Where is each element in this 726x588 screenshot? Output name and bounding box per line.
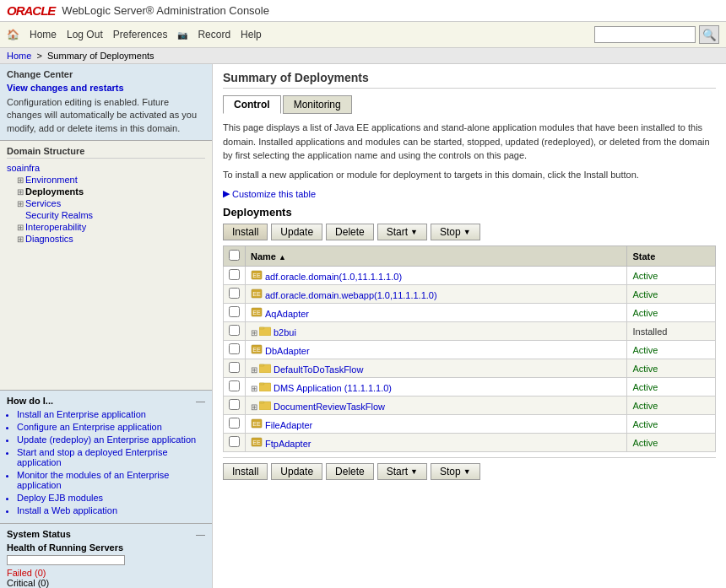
- expand-icon[interactable]: ⊞: [251, 402, 257, 412]
- row-checkbox[interactable]: [229, 399, 240, 410]
- customize-link-text: Customize this table: [232, 189, 316, 199]
- tab-monitoring[interactable]: Monitoring: [283, 95, 352, 114]
- tree-security-realms-link[interactable]: Security Realms: [25, 210, 93, 220]
- nav-logout[interactable]: Log Out: [67, 29, 103, 40]
- how-do-i-collapse-btn[interactable]: —: [196, 396, 205, 406]
- th-checkbox: [224, 246, 246, 267]
- bottom-install-button[interactable]: Install: [223, 463, 268, 480]
- tree-environment[interactable]: ⊞Environment: [7, 174, 205, 186]
- table-row: ⊞DefaultToDoTaskFlowActive: [224, 359, 716, 378]
- deployment-name-link[interactable]: FtpAdapter: [265, 439, 311, 449]
- row-checkbox[interactable]: [229, 306, 240, 317]
- customize-link[interactable]: ▶ Customize this table: [223, 188, 716, 199]
- row-checkbox[interactable]: [229, 418, 240, 429]
- how-do-i-link-5[interactable]: Monitor the modules of an Enterprise app…: [17, 470, 169, 490]
- tabs: Control Monitoring: [223, 95, 716, 114]
- deployment-name-link[interactable]: FileAdapter: [265, 420, 312, 430]
- deployment-name-link[interactable]: DefaultToDoTaskFlow: [274, 364, 363, 375]
- deployments-tbody: EEadf.oracle.domain(1.0,11.1.1.1.0)Activ…: [224, 267, 716, 452]
- nav-home[interactable]: Home: [30, 29, 57, 40]
- deployment-name-link[interactable]: DbAdapter: [265, 346, 310, 356]
- install-button[interactable]: Install: [223, 224, 268, 240]
- tree-diagnostics[interactable]: ⊞Diagnostics: [7, 233, 205, 245]
- oracle-logo: ORACLE: [7, 3, 55, 18]
- update-button[interactable]: Update: [271, 224, 322, 240]
- tree-services[interactable]: ⊞Services: [7, 197, 205, 209]
- state-badge: Active: [632, 438, 658, 448]
- select-all-checkbox[interactable]: [229, 250, 240, 261]
- home-icon: 🏠: [7, 29, 19, 40]
- view-changes-link[interactable]: View changes and restarts: [7, 83, 205, 93]
- nav-preferences[interactable]: Preferences: [113, 29, 168, 40]
- row-name-cell: ⊞DMS Application (11.1.1.1.0): [246, 378, 627, 396]
- system-status-section: System Status — Health of Running Server…: [0, 523, 212, 588]
- stop-button[interactable]: Stop ▼: [431, 224, 480, 240]
- change-center-title: Change Center: [7, 69, 205, 79]
- start-button[interactable]: Start ▼: [377, 224, 427, 240]
- deployment-name-link[interactable]: b2bui: [274, 327, 296, 337]
- tree-root[interactable]: soainfra: [7, 162, 205, 174]
- row-checkbox[interactable]: [229, 436, 240, 447]
- search-input[interactable]: [594, 26, 696, 43]
- domain-structure-title: Domain Structure: [7, 146, 205, 159]
- row-checkbox[interactable]: [229, 288, 240, 299]
- bottom-start-button[interactable]: Start ▼: [377, 463, 427, 480]
- how-do-i-link-6[interactable]: Deploy EJB modules: [17, 493, 103, 503]
- nav-record[interactable]: Record: [198, 29, 230, 40]
- bottom-delete-button[interactable]: Delete: [326, 463, 374, 480]
- system-status-collapse-btn[interactable]: —: [196, 529, 205, 539]
- nav-help[interactable]: Help: [241, 29, 262, 40]
- tree-deployments[interactable]: ⊞Deployments: [7, 186, 205, 197]
- deployment-name-link[interactable]: adf.oracle.domain.webapp(1.0,11.1.1.1.0): [265, 290, 437, 300]
- tree-interoperability-link[interactable]: Interoperability: [25, 222, 86, 232]
- start-dropdown-arrow: ▼: [410, 228, 418, 236]
- row-checkbox-cell: [224, 322, 246, 341]
- delete-button[interactable]: Delete: [326, 224, 374, 240]
- search-button[interactable]: 🔍: [699, 25, 719, 44]
- tree-root-link[interactable]: soainfra: [7, 163, 40, 173]
- tree-environment-link[interactable]: Environment: [25, 175, 78, 185]
- tree-diagnostics-link[interactable]: Diagnostics: [25, 234, 73, 244]
- change-center: Change Center View changes and restarts …: [0, 64, 212, 141]
- deployments-section-title: Deployments: [223, 206, 716, 218]
- folder-icon: [259, 327, 271, 337]
- header: ORACLE WebLogic Server® Administration C…: [0, 0, 726, 22]
- row-name-cell: EEAqAdapter: [246, 304, 627, 322]
- deployment-name-link[interactable]: adf.oracle.domain(1.0,11.1.1.1.0): [265, 272, 402, 282]
- content-title: Summary of Deployments: [223, 71, 716, 89]
- bottom-stop-label: Stop: [440, 466, 461, 477]
- how-do-i-link-7[interactable]: Install a Web application: [17, 505, 117, 515]
- expand-icon[interactable]: ⊞: [251, 365, 257, 375]
- how-do-i-link-3[interactable]: Update (redeploy) an Enterprise applicat…: [17, 434, 196, 445]
- tree-interoperability[interactable]: ⊞Interoperability: [7, 221, 205, 233]
- table-row: EEadf.oracle.domain(1.0,11.1.1.1.0)Activ…: [224, 267, 716, 285]
- how-do-i-item-2: Configure an Enterprise application: [17, 422, 205, 432]
- deployment-name-link[interactable]: DMS Application (11.1.1.1.0): [274, 383, 392, 393]
- how-do-i-link-2[interactable]: Configure an Enterprise application: [17, 422, 162, 432]
- row-checkbox-cell: [224, 434, 246, 452]
- row-checkbox[interactable]: [229, 380, 240, 391]
- tree-deployments-link[interactable]: Deployments: [25, 186, 84, 197]
- how-do-i-link-4[interactable]: Start and stop a deployed Enterprise app…: [17, 447, 168, 467]
- deployment-name-link[interactable]: DocumentReviewTaskFlow: [274, 402, 385, 412]
- expand-icon[interactable]: ⊞: [251, 328, 257, 337]
- expand-icon[interactable]: ⊞: [251, 384, 257, 393]
- row-checkbox[interactable]: [229, 362, 240, 373]
- row-checkbox[interactable]: [229, 343, 240, 354]
- row-checkbox-cell: [224, 378, 246, 396]
- deployment-name-link[interactable]: AqAdapter: [265, 309, 309, 319]
- record-icon: 📷: [177, 30, 187, 40]
- breadcrumb-home[interactable]: Home: [7, 51, 31, 61]
- bottom-stop-button[interactable]: Stop ▼: [431, 463, 480, 480]
- state-badge: Active: [632, 271, 658, 281]
- tree-services-link[interactable]: Services: [25, 198, 61, 208]
- health-title: Health of Running Servers: [7, 542, 205, 553]
- how-do-i-section: How do I... — Install an Enterprise appl…: [0, 390, 212, 523]
- row-checkbox[interactable]: [229, 269, 240, 280]
- bottom-update-button[interactable]: Update: [271, 463, 322, 480]
- row-checkbox[interactable]: [229, 325, 240, 336]
- tab-control[interactable]: Control: [223, 95, 281, 114]
- how-do-i-link-1[interactable]: Install an Enterprise application: [17, 409, 146, 419]
- tree-security-realms[interactable]: Security Realms: [7, 209, 205, 221]
- th-name[interactable]: Name ▲: [246, 246, 627, 267]
